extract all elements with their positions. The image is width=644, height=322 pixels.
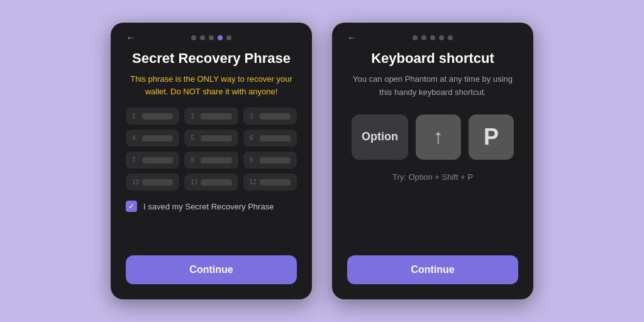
- phrase-grid: 1 2 3 4 5 6 7 8: [126, 108, 297, 191]
- shortcut-hint: Try: Option + Shift + P: [392, 172, 473, 182]
- phrase-word-3: [260, 113, 291, 119]
- right-dot-5: [448, 35, 453, 40]
- phrase-item-3: 3: [243, 108, 297, 125]
- right-dot-2: [421, 35, 426, 40]
- phrase-item-6: 6: [243, 130, 297, 147]
- left-dot-1: [191, 35, 196, 40]
- phrase-item-7: 7: [126, 152, 179, 169]
- left-dots: [191, 35, 231, 40]
- right-dot-3: [430, 35, 435, 40]
- phrase-word-2: [201, 113, 231, 119]
- phrase-num-6: 6: [250, 135, 257, 142]
- option-key: Option: [352, 114, 408, 160]
- phrase-num-5: 5: [191, 135, 198, 142]
- phrase-word-8: [201, 157, 231, 164]
- phrase-num-9: 9: [250, 157, 257, 164]
- checkmark-icon: ✓: [128, 202, 135, 211]
- keyboard-description: You can open Phantom at any time by usin…: [347, 73, 518, 99]
- phrase-item-5: 5: [184, 130, 238, 147]
- checkbox-label: I saved my Secret Recovery Phrase: [143, 202, 274, 211]
- right-dots: [413, 35, 453, 40]
- phrase-item-11: 11: [184, 174, 238, 191]
- phrase-num-7: 7: [132, 157, 140, 164]
- shift-key: ↑: [416, 114, 461, 160]
- phrase-word-12: [260, 179, 291, 186]
- phrase-word-7: [142, 157, 173, 164]
- phrase-num-4: 4: [132, 135, 140, 142]
- phrase-item-9: 9: [243, 152, 297, 169]
- shift-arrow-icon: ↑: [433, 125, 443, 148]
- left-card-title: Secret Recovery Phrase: [132, 50, 291, 67]
- phrase-num-11: 11: [191, 179, 198, 186]
- phrase-word-1: [142, 113, 173, 119]
- keyboard-title: Keyboard shortcut: [371, 50, 494, 67]
- phrase-word-6: [260, 135, 291, 142]
- right-continue-button[interactable]: Continue: [347, 255, 518, 284]
- phrase-word-4: [142, 135, 173, 142]
- phrase-num-3: 3: [250, 113, 257, 119]
- phrase-num-8: 8: [191, 157, 198, 164]
- left-dot-4: [218, 35, 223, 40]
- right-dot-4: [439, 35, 444, 40]
- phrase-word-5: [201, 135, 231, 142]
- left-continue-button[interactable]: Continue: [126, 255, 297, 284]
- phrase-num-1: 1: [132, 113, 140, 119]
- phrase-item-12: 12: [243, 174, 297, 191]
- key-group: Option ↑ P: [352, 114, 514, 160]
- right-card-header: ←: [347, 35, 518, 40]
- phrase-item-10: 10: [126, 174, 179, 191]
- p-key: P: [469, 114, 514, 160]
- left-phone-card: ← Secret Recovery Phrase This phrase is …: [111, 23, 312, 299]
- right-dot-1: [413, 35, 418, 40]
- left-back-arrow[interactable]: ←: [126, 32, 136, 43]
- left-dot-5: [226, 35, 231, 40]
- phrase-item-4: 4: [126, 130, 179, 147]
- phrase-word-9: [260, 157, 291, 164]
- left-card-header: ←: [126, 35, 297, 40]
- phrase-item-2: 2: [184, 108, 238, 125]
- phrase-item-1: 1: [126, 108, 179, 125]
- phrase-word-11: [201, 179, 231, 186]
- checkbox-row[interactable]: ✓ I saved my Secret Recovery Phrase: [126, 201, 297, 212]
- left-dot-2: [200, 35, 205, 40]
- warning-text: This phrase is the ONLY way to recover y…: [126, 73, 297, 97]
- saved-checkbox[interactable]: ✓: [126, 201, 137, 212]
- phrase-item-8: 8: [184, 152, 238, 169]
- right-phone-card: ← Keyboard shortcut You can open Phantom…: [332, 23, 533, 299]
- left-dot-3: [209, 35, 214, 40]
- phrase-word-10: [142, 179, 173, 186]
- phrase-num-12: 12: [250, 179, 257, 186]
- phrase-num-2: 2: [191, 113, 198, 119]
- right-back-arrow[interactable]: ←: [347, 32, 357, 43]
- phrase-num-10: 10: [132, 179, 140, 186]
